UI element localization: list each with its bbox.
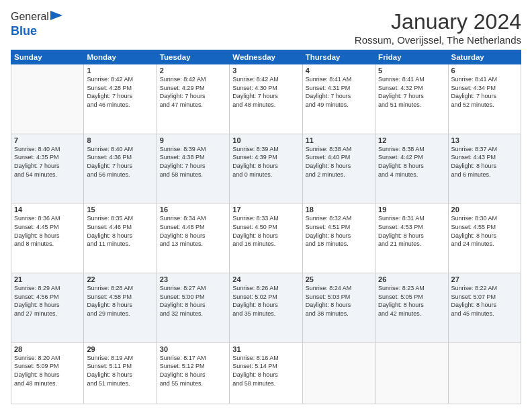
day-number: 5	[378, 66, 445, 75]
table-row: 16Sunrise: 8:34 AMSunset: 4:48 PMDayligh…	[157, 203, 229, 273]
day-number: 29	[87, 345, 153, 353]
day-number: 13	[451, 136, 518, 144]
day-number: 11	[306, 136, 372, 144]
day-number: 14	[14, 205, 81, 214]
table-row: 30Sunrise: 8:17 AMSunset: 5:12 PMDayligh…	[157, 342, 229, 404]
table-row: 29Sunrise: 8:19 AMSunset: 5:11 PMDayligh…	[84, 342, 157, 404]
day-number: 22	[87, 275, 153, 283]
day-info: Sunrise: 8:39 AMSunset: 4:38 PMDaylight:…	[160, 145, 226, 179]
month-title: January 2024	[355, 9, 521, 34]
table-row: 6Sunrise: 8:41 AMSunset: 4:34 PMDaylight…	[448, 64, 521, 134]
day-number: 10	[232, 136, 299, 144]
day-number: 1	[87, 66, 153, 75]
table-row	[375, 342, 448, 404]
col-wednesday: Wednesday	[230, 50, 302, 64]
day-info: Sunrise: 8:27 AMSunset: 5:00 PMDaylight:…	[160, 284, 226, 318]
calendar-week-row: 14Sunrise: 8:36 AMSunset: 4:45 PMDayligh…	[11, 203, 521, 273]
table-row: 19Sunrise: 8:31 AMSunset: 4:53 PMDayligh…	[375, 203, 448, 273]
calendar-week-row: 7Sunrise: 8:40 AMSunset: 4:35 PMDaylight…	[11, 134, 521, 203]
day-info: Sunrise: 8:41 AMSunset: 4:34 PMDaylight:…	[451, 75, 518, 109]
day-info: Sunrise: 8:37 AMSunset: 4:43 PMDaylight:…	[451, 145, 518, 179]
day-info: Sunrise: 8:42 AMSunset: 4:29 PMDaylight:…	[160, 75, 226, 109]
day-number: 15	[87, 205, 153, 214]
day-info: Sunrise: 8:28 AMSunset: 4:58 PMDaylight:…	[87, 284, 153, 318]
day-info: Sunrise: 8:26 AMSunset: 5:02 PMDaylight:…	[232, 284, 299, 318]
day-number: 12	[378, 136, 445, 144]
col-tuesday: Tuesday	[157, 50, 229, 64]
table-row: 25Sunrise: 8:24 AMSunset: 5:03 PMDayligh…	[302, 273, 375, 343]
table-row: 14Sunrise: 8:36 AMSunset: 4:45 PMDayligh…	[11, 203, 84, 273]
logo-arrow-icon	[50, 8, 62, 23]
day-number: 17	[232, 205, 299, 214]
day-number: 20	[451, 205, 518, 214]
day-info: Sunrise: 8:20 AMSunset: 5:09 PMDaylight:…	[14, 354, 81, 387]
table-row: 20Sunrise: 8:30 AMSunset: 4:55 PMDayligh…	[448, 203, 521, 273]
table-row: 4Sunrise: 8:41 AMSunset: 4:31 PMDaylight…	[302, 64, 375, 134]
logo-general-text: General	[11, 11, 49, 23]
table-row: 15Sunrise: 8:35 AMSunset: 4:46 PMDayligh…	[84, 203, 157, 273]
day-number: 4	[306, 66, 372, 75]
calendar-week-row: 28Sunrise: 8:20 AMSunset: 5:09 PMDayligh…	[11, 342, 521, 404]
day-number: 28	[14, 345, 81, 353]
table-row: 10Sunrise: 8:39 AMSunset: 4:39 PMDayligh…	[230, 134, 302, 203]
table-row: 8Sunrise: 8:40 AMSunset: 4:36 PMDaylight…	[84, 134, 157, 203]
table-row: 31Sunrise: 8:16 AMSunset: 5:14 PMDayligh…	[230, 342, 302, 404]
table-row: 2Sunrise: 8:42 AMSunset: 4:29 PMDaylight…	[157, 64, 229, 134]
day-info: Sunrise: 8:33 AMSunset: 4:50 PMDaylight:…	[232, 214, 299, 248]
col-monday: Monday	[84, 50, 157, 64]
header: General Blue January 2024 Rossum, Overij…	[11, 9, 521, 46]
table-row: 18Sunrise: 8:32 AMSunset: 4:51 PMDayligh…	[302, 203, 375, 273]
day-number: 18	[306, 205, 372, 214]
calendar-week-row: 21Sunrise: 8:29 AMSunset: 4:56 PMDayligh…	[11, 273, 521, 343]
day-number: 24	[232, 275, 299, 283]
day-info: Sunrise: 8:38 AMSunset: 4:42 PMDaylight:…	[378, 145, 445, 179]
col-sunday: Sunday	[11, 50, 84, 64]
table-row: 17Sunrise: 8:33 AMSunset: 4:50 PMDayligh…	[230, 203, 302, 273]
day-info: Sunrise: 8:38 AMSunset: 4:40 PMDaylight:…	[306, 145, 372, 179]
title-block: January 2024 Rossum, Overijssel, The Net…	[355, 9, 521, 46]
day-info: Sunrise: 8:29 AMSunset: 4:56 PMDaylight:…	[14, 284, 81, 318]
day-info: Sunrise: 8:22 AMSunset: 5:07 PMDaylight:…	[451, 284, 518, 318]
table-row: 26Sunrise: 8:23 AMSunset: 5:05 PMDayligh…	[375, 273, 448, 343]
day-number: 26	[378, 275, 445, 283]
table-row: 1Sunrise: 8:42 AMSunset: 4:28 PMDaylight…	[84, 64, 157, 134]
day-info: Sunrise: 8:41 AMSunset: 4:31 PMDaylight:…	[306, 75, 372, 109]
table-row: 5Sunrise: 8:41 AMSunset: 4:32 PMDaylight…	[375, 64, 448, 134]
day-info: Sunrise: 8:40 AMSunset: 4:35 PMDaylight:…	[14, 145, 81, 179]
calendar-header-row: Sunday Monday Tuesday Wednesday Thursday…	[11, 50, 521, 64]
table-row	[448, 342, 521, 404]
day-info: Sunrise: 8:19 AMSunset: 5:11 PMDaylight:…	[87, 354, 153, 387]
col-thursday: Thursday	[302, 50, 375, 64]
page: General Blue January 2024 Rossum, Overij…	[0, 0, 532, 411]
day-number: 6	[451, 66, 518, 75]
table-row: 22Sunrise: 8:28 AMSunset: 4:58 PMDayligh…	[84, 273, 157, 343]
table-row: 3Sunrise: 8:42 AMSunset: 4:30 PMDaylight…	[230, 64, 302, 134]
day-number: 9	[160, 136, 226, 144]
day-info: Sunrise: 8:32 AMSunset: 4:51 PMDaylight:…	[306, 214, 372, 248]
col-saturday: Saturday	[448, 50, 521, 64]
day-number: 7	[14, 136, 81, 144]
table-row: 11Sunrise: 8:38 AMSunset: 4:40 PMDayligh…	[302, 134, 375, 203]
day-number: 31	[232, 345, 299, 353]
day-number: 2	[160, 66, 226, 75]
table-row	[302, 342, 375, 404]
table-row: 23Sunrise: 8:27 AMSunset: 5:00 PMDayligh…	[157, 273, 229, 343]
day-number: 8	[87, 136, 153, 144]
day-number: 27	[451, 275, 518, 283]
table-row: 7Sunrise: 8:40 AMSunset: 4:35 PMDaylight…	[11, 134, 84, 203]
day-info: Sunrise: 8:42 AMSunset: 4:28 PMDaylight:…	[87, 75, 153, 109]
table-row: 9Sunrise: 8:39 AMSunset: 4:38 PMDaylight…	[157, 134, 229, 203]
day-info: Sunrise: 8:30 AMSunset: 4:55 PMDaylight:…	[451, 214, 518, 248]
day-number: 21	[14, 275, 81, 283]
logo: General Blue	[11, 9, 62, 38]
day-info: Sunrise: 8:42 AMSunset: 4:30 PMDaylight:…	[232, 75, 299, 109]
day-info: Sunrise: 8:24 AMSunset: 5:03 PMDaylight:…	[306, 284, 372, 318]
day-number: 25	[306, 275, 372, 283]
table-row: 12Sunrise: 8:38 AMSunset: 4:42 PMDayligh…	[375, 134, 448, 203]
table-row: 24Sunrise: 8:26 AMSunset: 5:02 PMDayligh…	[230, 273, 302, 343]
location: Rossum, Overijssel, The Netherlands	[355, 34, 521, 46]
table-row	[11, 64, 84, 134]
table-row: 13Sunrise: 8:37 AMSunset: 4:43 PMDayligh…	[448, 134, 521, 203]
day-info: Sunrise: 8:16 AMSunset: 5:14 PMDaylight:…	[232, 354, 299, 387]
day-info: Sunrise: 8:41 AMSunset: 4:32 PMDaylight:…	[378, 75, 445, 109]
